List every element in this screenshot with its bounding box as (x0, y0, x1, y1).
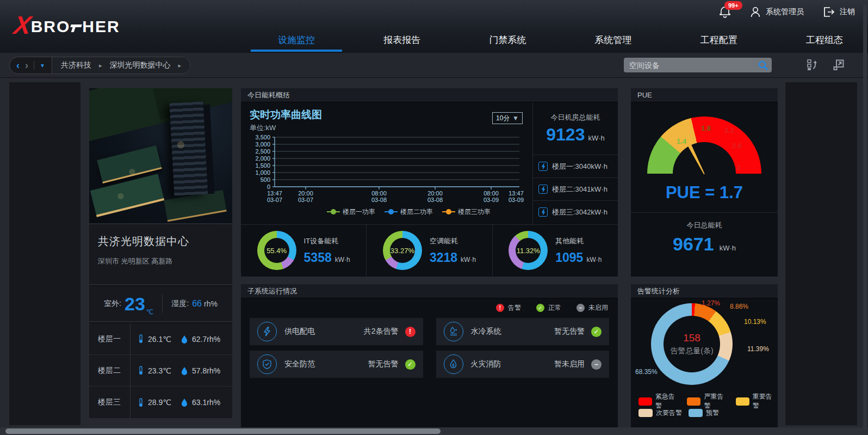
breakdown-label: IT设备能耗 (304, 236, 350, 246)
breadcrumb-path: 共济科技 ▸ 深圳光明数据中心 ▸ (52, 57, 190, 73)
vertical-scrollbar[interactable] (863, 4, 867, 430)
subsystem-fire[interactable]: 火灾消防 暂未启用 – (436, 351, 610, 378)
energy-breakdown-row: 55.4% IT设备能耗 5358kW·h 33.27% 空调能耗 3218kW… (241, 224, 618, 276)
main-content: 共济光明数据中心 深圳市 光明新区 高新路 室外: 23 ℃ 湿度: 66 rh… (0, 78, 868, 427)
table-row[interactable]: 楼层三 28.9℃ 63.1rh% (89, 387, 232, 418)
floor-energy-row: 楼层三:3042kW·h (533, 200, 618, 223)
humidity-unit: rh% (204, 299, 218, 308)
table-row[interactable]: 楼层一 26.1℃ 62.7rh% (89, 323, 232, 355)
brand-logo-t-glyph (71, 23, 82, 36)
panel-title: 今日能耗概括 (241, 88, 618, 102)
legend-label[interactable]: 次要告警 (656, 408, 682, 418)
site-address: 深圳市 光明新区 高新路 (98, 256, 224, 266)
user-menu[interactable]: 系统管理员 (749, 5, 804, 19)
breadcrumb-controls: ‹ › ▼ (10, 60, 52, 70)
total-energy-label: 今日总能耗 (631, 220, 778, 230)
ok-status-icon: ✓ (591, 327, 602, 337)
legend-label[interactable]: 预警 (706, 408, 719, 418)
scrollbar-thumb[interactable] (5, 428, 441, 434)
subsystem-water-cooling[interactable]: 水冷系统 暂无告警 ✓ (436, 318, 610, 345)
table-row[interactable]: 楼层二 23.3℃ 57.8rh% (89, 355, 232, 387)
tab-project-scada[interactable]: 工程组态 (803, 27, 846, 53)
alarm-total-label: 告警总量(条) (670, 346, 713, 356)
humidity-value: 66 (192, 299, 202, 309)
divider (631, 212, 778, 213)
legend-label[interactable]: 重要告警 (753, 392, 778, 411)
nav-back-button[interactable]: ‹ (16, 60, 20, 70)
legend-label[interactable]: 严重告警 (704, 392, 729, 411)
y-tick: 500 (261, 176, 270, 183)
bolt-icon (538, 185, 548, 194)
gauge-tick: 3 (736, 163, 740, 171)
logout-icon (822, 5, 835, 19)
legend-series-1[interactable]: 楼层一功率 (343, 208, 375, 216)
view-switch-icon[interactable] (805, 58, 819, 72)
notifications-button[interactable]: 99+ (719, 5, 731, 19)
interval-select[interactable]: 10分 ▼ (492, 112, 523, 124)
tab-access-control[interactable]: 门禁系统 (486, 27, 529, 53)
ok-status-icon: ✓ (536, 304, 544, 312)
tab-system-management[interactable]: 系统管理 (592, 27, 635, 53)
app-header: X BRO HER 99+ 系统管理员 (0, 0, 868, 53)
tab-project-config[interactable]: 工程配置 (697, 27, 741, 53)
donut-chart-it: 55.4% (257, 231, 296, 270)
breadcrumb-item-company[interactable]: 共济科技 (61, 60, 91, 70)
search-icon[interactable] (758, 60, 768, 71)
logout-button[interactable]: 注销 (822, 5, 855, 19)
legend-series-2[interactable]: 楼层二功率 (400, 208, 433, 216)
floor-energy-row: 楼层一:3040kW·h (533, 155, 618, 177)
building-photo (89, 88, 232, 223)
tab-facility-monitoring[interactable]: 设施监控 (275, 27, 318, 53)
thermometer-icon (138, 334, 144, 344)
subsystem-name: 水冷系统 (471, 327, 501, 336)
disabled-status-icon: – (576, 304, 585, 312)
floor-energy-text: 楼层三:3042kW·h (552, 207, 607, 217)
subsystem-power-distribution[interactable]: 供电配电 共2条告警 ! (250, 318, 423, 345)
today-total-energy: 今日总能耗 9671 kW·h (631, 220, 778, 255)
pue-gauge-chart: 1 1.4 1.8 2.2 2.6 3 (647, 117, 761, 174)
legend-label: 未启用 (588, 303, 608, 313)
gauge-tick: 1.4 (677, 137, 686, 145)
right-empty-panel (785, 82, 857, 425)
legend-label[interactable]: 紧急告警 (655, 392, 680, 411)
x-tick-date: 03-08 (371, 197, 387, 203)
horizontal-scrollbar[interactable] (0, 427, 868, 435)
breadcrumb-expand-icon[interactable]: ▸ (178, 62, 181, 69)
room-total-energy: 今日机房总能耗 9123 kW·h (533, 102, 618, 155)
floor-temp: 28.9℃ (148, 398, 171, 407)
tree-dropdown-button[interactable]: ▼ (40, 63, 45, 69)
water-icon (444, 322, 463, 341)
legend-series-3[interactable]: 楼层三功率 (458, 208, 491, 216)
subsystem-status-panel: 子系统运行情况 !告警 ✓正常 –未启用 供电配电 共2条告警 ! 水冷系统 暂… (241, 284, 618, 427)
user-icon (749, 5, 761, 19)
thermometer-icon (138, 366, 144, 375)
brand-logo-x: X (13, 14, 32, 36)
weather-strip: 室外: 23 ℃ 湿度: 66 rh% (89, 285, 232, 321)
x-tick-date: 03-09 (483, 197, 499, 203)
alarm-statistics-panel: 告警统计分析 158 告警总量(条) 1.27% 8.86% 10.13% 11… (631, 284, 778, 427)
nav-forward-button[interactable]: › (25, 60, 28, 70)
brand-logo: X BRO HER (14, 8, 120, 36)
breadcrumb-expand-icon[interactable]: ▸ (99, 62, 102, 69)
gauge-tick: 1.8 (701, 124, 711, 132)
gauge-tick: 2.2 (724, 126, 734, 134)
floor-temp: 23.3℃ (148, 366, 171, 375)
x-tick-time: 13:47 (509, 190, 524, 197)
tab-reports[interactable]: 报表报告 (380, 27, 424, 53)
breadcrumb-item-datacenter[interactable]: 深圳光明数据中心 (109, 60, 170, 70)
donut-percent: 55.4% (266, 247, 287, 255)
chart-title: 实时功率曲线图 (250, 108, 527, 122)
y-tick: 1,000 (255, 169, 270, 176)
floor-energy-row: 楼层二:3041kW·h (533, 177, 618, 200)
dashboard-page: X BRO HER 99+ 系统管理员 (0, 0, 868, 435)
floor-humidity: 57.8rh% (192, 366, 220, 375)
breadcrumb: ‹ › ▼ 共济科技 ▸ 深圳光明数据中心 ▸ (9, 57, 190, 74)
panel-title: 子系统运行情况 (241, 284, 618, 298)
donut-chart-hvac: 33.27% (383, 231, 422, 270)
fullscreen-icon[interactable] (832, 58, 846, 72)
search-input[interactable] (629, 61, 758, 70)
breakdown-other: 11.32% 其他能耗 1095kW·h (493, 225, 618, 276)
pue-value-text: PUE = 1.7 (631, 183, 778, 203)
legend-swatch-minor (638, 409, 653, 417)
subsystem-security[interactable]: 安全防范 暂无告警 ✓ (250, 351, 423, 378)
